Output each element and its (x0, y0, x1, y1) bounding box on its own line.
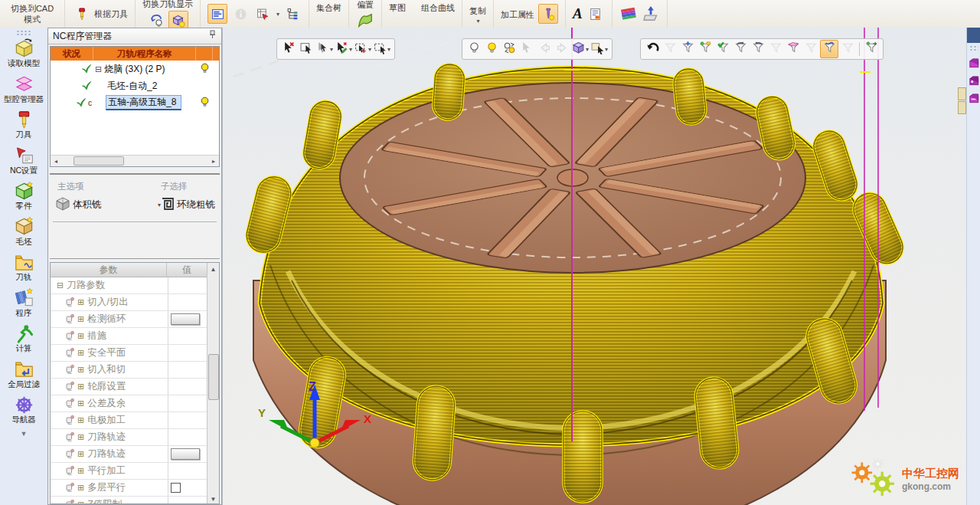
viewport-3d[interactable]: Z Y X ▾ ▾ ▾ (222, 28, 967, 505)
tree-expander[interactable]: ⊟ (95, 64, 102, 74)
param-row[interactable]: ⊞ 多层平行 (51, 480, 207, 497)
sidebar-item-toolpath[interactable]: 刀轨 (0, 251, 47, 282)
ribbon-button-offset[interactable]: 偏置 (349, 0, 382, 28)
param-row[interactable]: ⊞ 安全平面 (51, 345, 207, 362)
param-expander[interactable]: ⊞ (77, 500, 84, 504)
combine-curve-label[interactable]: 组合曲线 (421, 2, 455, 14)
scroll-thumb[interactable] (74, 156, 124, 166)
五轴-高级五轴_8[interactable]: c 五轴-高级五轴_8 (51, 94, 219, 111)
sidebar-item-program[interactable]: 程序 (0, 287, 47, 318)
next-view-button[interactable] (554, 41, 570, 57)
param-expander[interactable]: ⊞ (77, 382, 84, 392)
param-expander[interactable]: ⊞ (77, 365, 84, 375)
param-expander[interactable]: ⊞ (77, 466, 84, 476)
param-row[interactable]: ⊞ 电极加工 (51, 412, 207, 429)
dock-electrode-icon-3[interactable] (968, 92, 980, 104)
filter-2-button[interactable] (767, 41, 784, 57)
param-expander[interactable]: ⊞ (77, 297, 84, 307)
copy-dropdown-caret[interactable]: ▾ (477, 18, 480, 25)
filter-lock-button[interactable] (697, 41, 714, 57)
view-pick-button[interactable]: ▾ (590, 41, 609, 57)
param-expander[interactable]: ⊞ (77, 483, 84, 493)
prev-view-button[interactable] (536, 41, 553, 57)
tree-hscrollbar[interactable]: ◂ ▸ (51, 155, 219, 166)
param-row[interactable]: ⊞ 刀路轨迹 (51, 429, 207, 446)
list-view-icon[interactable] (207, 4, 227, 24)
sidebar-item-part[interactable]: 零件 (0, 180, 47, 211)
filter-3-button[interactable] (802, 41, 819, 57)
sidebar-item-blank[interactable]: 毛坯 (0, 216, 47, 247)
filter-1-button[interactable] (662, 41, 678, 57)
filter-apply-button[interactable] (714, 41, 731, 57)
param-row[interactable]: ⊞ Z值限制 (51, 497, 207, 504)
pin-icon[interactable] (208, 28, 217, 44)
sidebar-item-tool[interactable]: 刀具 (0, 109, 47, 139)
book-icon[interactable] (619, 5, 638, 23)
dock-grip[interactable] (969, 45, 978, 51)
dock-electrode-icon-1[interactable] (968, 57, 980, 69)
sidebar-item-nc-settings[interactable]: NC设置 (0, 145, 47, 175)
ribbon-button-set-tree[interactable]: 集合树 (309, 0, 349, 28)
sep-1[interactable] (859, 42, 860, 56)
scroll-right-arrow[interactable]: ▸ (208, 158, 219, 165)
filter-toolpath-button[interactable] (820, 40, 838, 58)
sidebar-item-navigator[interactable]: 导航器 (0, 394, 47, 425)
toolpath-swirl-icon[interactable] (147, 11, 165, 29)
sub-select-value-wrap[interactable]: 环绕粗铣 (161, 197, 215, 213)
sidebar-grip[interactable] (16, 30, 31, 36)
param-checkbox[interactable] (171, 483, 181, 493)
bulb-icon[interactable] (200, 97, 210, 110)
param-expander[interactable]: ⊞ (77, 331, 84, 341)
param-row[interactable]: ⊞ 措施 (51, 328, 207, 345)
param-vscrollbar[interactable]: ▼ (207, 277, 219, 503)
param-expander[interactable]: ⊞ (77, 449, 84, 459)
param-row[interactable]: ⊞ 轮廓设置 (51, 379, 207, 395)
edit-pick-button[interactable]: ▾ (335, 41, 353, 57)
text-annotation-icon[interactable]: A (573, 5, 583, 22)
sidebar-item-calculate[interactable]: 计算 (0, 323, 47, 353)
毛坯-自动_2[interactable]: 毛坯-自动_2 (51, 77, 219, 94)
ribbon-button-copy[interactable]: 复制 ▾ (462, 0, 494, 28)
sidebar-item-read-model[interactable]: 读取模型 (0, 38, 47, 68)
scroll-left-arrow[interactable]: ◂ (51, 158, 61, 165)
deselect-button[interactable] (280, 41, 297, 57)
param-value-button[interactable] (171, 313, 200, 325)
param-expander[interactable]: ⊞ (77, 398, 84, 408)
collapsed-tab-2[interactable] (958, 101, 966, 114)
bulb-icon[interactable] (200, 63, 210, 76)
light-on-button[interactable] (483, 41, 500, 57)
filter-back-all-button[interactable] (750, 41, 766, 57)
param-value-button[interactable] (171, 448, 200, 460)
window-pick-button[interactable] (298, 41, 315, 57)
arrow-up-icon[interactable] (642, 5, 660, 23)
rect-select-button[interactable]: ▾ (373, 41, 391, 57)
param-scroll-down[interactable]: ▼ (207, 496, 219, 503)
param-expander[interactable]: ⊟ (57, 280, 64, 290)
filter-out-button[interactable] (863, 41, 880, 57)
filter-axes-button[interactable] (679, 41, 696, 57)
info-icon[interactable] (231, 5, 250, 23)
sketch-label[interactable]: 草图 (389, 2, 406, 14)
ribbon-button-cad-mode[interactable]: 切换到CAD模式 (0, 0, 65, 28)
ribbon-button-by-tool[interactable]: 根据刀具 (65, 0, 136, 28)
filter-4-button[interactable] (839, 41, 856, 57)
param-row[interactable]: ⊞ 检测循环 (51, 311, 207, 328)
param-row[interactable]: ⊞ 切入和切 (51, 362, 207, 379)
param-scroll-up[interactable]: ▲ (207, 263, 219, 277)
table-export-icon[interactable] (253, 5, 272, 23)
swap-visibility-button[interactable] (501, 41, 518, 57)
rect-add-select-button[interactable]: ▾ (354, 41, 372, 57)
dock-electrode-icon-2[interactable] (968, 74, 980, 87)
param-scroll-thumb[interactable] (208, 354, 219, 400)
view-cube-button[interactable]: ▾ (571, 41, 590, 57)
param-row[interactable]: ⊞ 平行加工 (51, 463, 207, 480)
param-expander[interactable]: ⊞ (77, 348, 84, 358)
param-row[interactable]: ⊞ 切入/切出 (51, 294, 207, 311)
filter-back-button[interactable] (732, 41, 749, 57)
sidebar-more-chevron[interactable]: ▼ (0, 430, 47, 438)
sidebar-item-global-filter[interactable]: 全局过滤 (0, 359, 47, 389)
main-option-dropdown[interactable]: 体积铣 ▾ (54, 196, 161, 214)
pick-dim-button[interactable] (518, 41, 535, 57)
light-off-button[interactable] (466, 41, 482, 57)
note-icon[interactable] (586, 5, 605, 23)
